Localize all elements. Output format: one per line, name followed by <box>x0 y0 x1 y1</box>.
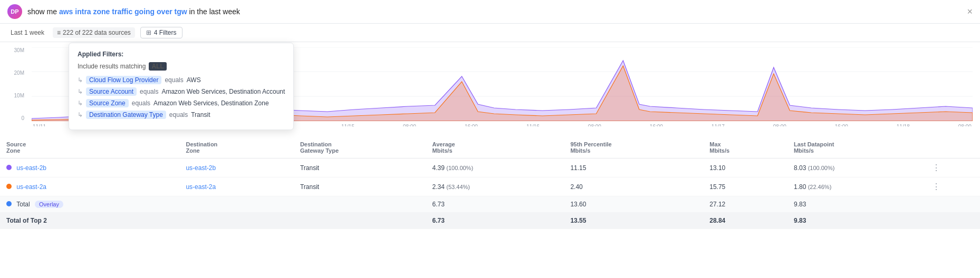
x-tick-8: 16:00 <box>465 124 478 126</box>
row1-source-zone: us-east-2b <box>0 158 179 177</box>
row2-source-link[interactable]: us-east-2a <box>16 183 46 191</box>
row1-avg: 4.39 (100.00%) <box>426 158 564 177</box>
filter-arrow-3: ↳ <box>78 100 83 107</box>
total-avg: 6.73 <box>426 196 564 213</box>
row2-source-zone: us-east-2a <box>0 177 179 196</box>
data-sources-badge: ≡ 222 of 222 data sources <box>53 27 135 38</box>
row2-last: 1.80 (22.46%) <box>787 177 926 196</box>
total-row: Total Overlay 6.73 13.60 27.12 9.83 <box>0 196 980 213</box>
overlay-badge[interactable]: Overlay <box>35 201 63 208</box>
close-button[interactable]: × <box>967 7 973 16</box>
col-dest-zone: DestinationZone <box>179 137 293 158</box>
filter-equals-4: equals <box>169 111 188 118</box>
row2-dot <box>6 184 12 189</box>
avatar: DP <box>7 4 22 19</box>
row2-max: 15.75 <box>703 177 787 196</box>
row1-gw-type: Transit <box>294 158 426 177</box>
row2-gw-type: Transit <box>294 177 426 196</box>
col-avg: AverageMbits/s <box>426 137 564 158</box>
dest-gw-tag[interactable]: Destination Gateway Type <box>86 111 166 119</box>
cloud-flow-tag[interactable]: Cloud Flow Log Provider <box>86 76 161 84</box>
row2-last-pct: (22.46%) <box>808 184 832 190</box>
total-max: 27.12 <box>703 196 787 213</box>
row1-dest-link[interactable]: us-east-2b <box>186 164 216 172</box>
x-tick-11: 16:00 <box>650 124 663 126</box>
row2-more-button[interactable]: ⋮ <box>932 182 940 191</box>
total-of-top-avg: 6.73 <box>426 213 564 229</box>
filter-equals-1: equals <box>165 76 183 84</box>
x-tick-15: 11/18 <box>897 124 910 126</box>
row1-dest-zone: us-east-2b <box>179 158 293 177</box>
row1-last: 8.03 (100.00%) <box>787 158 926 177</box>
filters-button[interactable]: ⊞ 4 Filters <box>140 27 182 38</box>
top-bar: DP show me aws intra zone traffic going … <box>0 0 980 24</box>
row1-last-pct: (100.00%) <box>808 165 835 171</box>
filter-equals-3: equals <box>132 100 150 107</box>
row2-dest-link[interactable]: us-east-2a <box>186 183 216 191</box>
row2-p95: 2.40 <box>564 177 703 196</box>
filter-value-4: Transit <box>191 111 210 118</box>
filter-arrow-2: ↳ <box>78 88 83 95</box>
total-of-top-last: 9.83 <box>787 213 926 229</box>
filters-label: 4 Filters <box>154 29 177 36</box>
total-p95: 13.60 <box>564 196 703 213</box>
total-label: Total <box>16 201 30 208</box>
x-tick-14: 16:00 <box>835 124 848 126</box>
total-last: 9.83 <box>787 196 926 213</box>
x-tick-13: 08:00 <box>773 124 786 126</box>
query-highlight: aws intra zone traffic going over tgw <box>59 7 187 16</box>
row1-p95: 11.15 <box>564 158 703 177</box>
filter-arrow-4: ↳ <box>78 111 83 118</box>
col-last: Last DatapointMbits/s <box>787 137 926 158</box>
table-header-row: SourceZone DestinationZone DestinationGa… <box>0 137 980 158</box>
data-table: SourceZone DestinationZone DestinationGa… <box>0 137 980 229</box>
all-badge: ALL <box>149 62 166 71</box>
col-gw-type: DestinationGateway Type <box>294 137 426 158</box>
y-label-0: 0 <box>7 115 24 121</box>
col-p95: 95th PercentileMbits/s <box>564 137 703 158</box>
row1-max: 13.10 <box>703 158 787 177</box>
filter-row-1: ↳ Cloud Flow Log Provider equals AWS <box>78 76 285 84</box>
row2-dest-zone: us-east-2a <box>179 177 293 196</box>
total-of-top-row: Total of Top 2 6.73 13.55 28.84 9.83 <box>0 213 980 229</box>
x-tick-16: 08:00 <box>958 124 972 126</box>
row1-avg-pct: (100.00%) <box>446 165 473 171</box>
filter-arrow-1: ↳ <box>78 76 83 84</box>
filter-equals-2: equals <box>140 88 158 95</box>
data-sources-icon: ≡ <box>57 29 61 36</box>
toolbar: Last 1 week ≡ 222 of 222 data sources ⊞ … <box>0 24 980 42</box>
query-prefix: show me <box>27 7 59 16</box>
filter-value-1: AWS <box>187 76 201 84</box>
col-source-zone: SourceZone <box>0 137 179 158</box>
time-range-button[interactable]: Last 1 week <box>7 27 47 38</box>
total-of-top-p95: 13.55 <box>564 213 703 229</box>
source-zone-tag[interactable]: Source Zone <box>86 99 129 107</box>
row1-source-link[interactable]: us-east-2b <box>16 164 46 172</box>
table-row: us-east-2b us-east-2b Transit 4.39 (100.… <box>0 158 980 177</box>
total-of-top-label: Total of Top 2 <box>0 213 179 229</box>
include-row: Include results matching ALL <box>78 62 285 71</box>
filter-row-3: ↳ Source Zone equals Amazon Web Services… <box>78 99 285 107</box>
row1-dot <box>6 165 12 170</box>
row2-avg-pct: (53.44%) <box>446 184 470 190</box>
table-container: SourceZone DestinationZone DestinationGa… <box>0 137 980 229</box>
total-of-top-max: 28.84 <box>703 213 787 229</box>
data-sources-count: 222 of 222 data sources <box>63 29 131 36</box>
filter-value-2: Amazon Web Services, Destination Account <box>161 88 285 95</box>
x-tick-1: 11/11 <box>33 124 46 126</box>
x-tick-9: 11/16 <box>526 124 540 126</box>
col-max: MaxMbits/s <box>703 137 787 158</box>
source-account-tag[interactable]: Source Account <box>86 87 137 96</box>
table-row: us-east-2a us-east-2a Transit 2.34 (53.4… <box>0 177 980 196</box>
row1-more-button[interactable]: ⋮ <box>932 163 940 172</box>
include-label: Include results matching <box>78 63 146 70</box>
row2-avg: 2.34 (53.44%) <box>426 177 564 196</box>
y-label-20m: 20M <box>7 70 24 76</box>
total-label-cell: Total Overlay <box>0 196 179 213</box>
y-axis: 30M 20M 10M 0 <box>7 47 24 121</box>
x-tick-6: 11/15 <box>341 124 354 126</box>
filters-dropdown-title: Applied Filters: <box>78 51 285 58</box>
y-label-30m: 30M <box>7 47 24 53</box>
filter-value-3: Amazon Web Services, Destination Zone <box>153 100 269 107</box>
x-tick-10: 08:00 <box>588 124 601 126</box>
